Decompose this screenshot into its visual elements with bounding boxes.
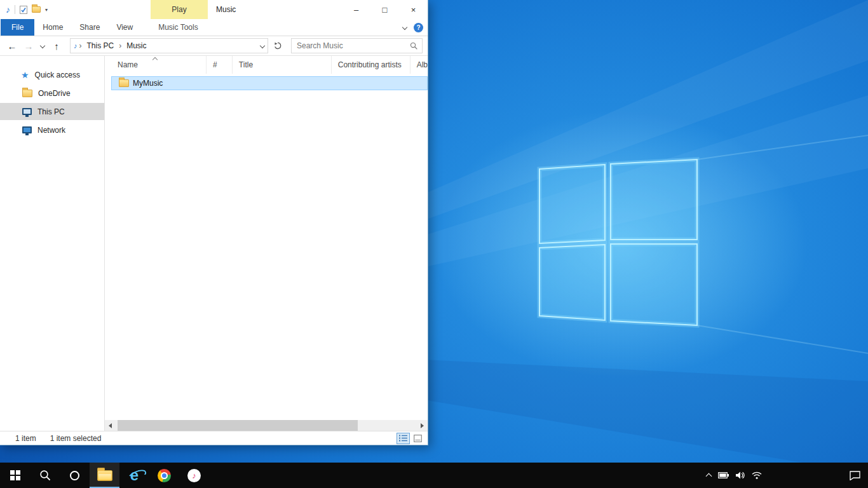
internet-explorer-icon: e — [130, 468, 139, 483]
search-icon — [39, 470, 51, 481]
sidebar-item-label: Network — [37, 126, 65, 135]
column-header-number[interactable]: # — [207, 56, 233, 74]
refresh-icon[interactable] — [271, 39, 285, 53]
file-list-view: Name # Title Contributing artists Alb — [105, 56, 428, 431]
close-button[interactable]: × — [399, 0, 428, 19]
breadcrumb-separator: › — [119, 41, 121, 50]
system-tray — [707, 471, 868, 480]
network-wifi-icon[interactable] — [752, 471, 762, 479]
large-icons-view-button[interactable] — [411, 433, 424, 444]
chrome-icon — [158, 469, 171, 482]
scroll-left-icon[interactable] — [105, 420, 116, 431]
navigation-bar: ← → ↑ ♪ › This PC › Music — [0, 36, 428, 56]
file-row-mymusic[interactable]: MyMusic — [111, 76, 428, 90]
column-header-name[interactable]: Name — [105, 56, 207, 74]
column-header-contributing-artists[interactable]: Contributing artists — [332, 56, 410, 74]
location-music-icon: ♪ — [74, 42, 78, 50]
minimize-ribbon-icon[interactable] — [402, 25, 407, 30]
column-headers: Name # Title Contributing artists Alb — [105, 56, 428, 74]
scroll-right-icon[interactable] — [417, 420, 428, 431]
status-bar: 1 item 1 item selected — [0, 431, 428, 445]
selection-count: 1 item selected — [50, 434, 102, 443]
file-name: MyMusic — [133, 79, 163, 88]
taskbar-internet-explorer-button[interactable]: e — [119, 463, 149, 488]
help-icon[interactable]: ? — [414, 23, 423, 32]
properties-icon[interactable] — [20, 6, 27, 14]
breadcrumb-this-pc[interactable]: This PC — [84, 41, 118, 50]
address-bar[interactable]: ♪ › This PC › Music — [70, 38, 268, 53]
contextual-tab-header-play[interactable]: Play — [151, 0, 208, 19]
tab-file[interactable]: File — [1, 19, 34, 36]
folder-icon — [119, 79, 129, 87]
start-button[interactable] — [0, 463, 30, 488]
quick-access-star-icon: ★ — [21, 71, 29, 79]
address-dropdown-icon[interactable] — [260, 43, 265, 48]
taskbar-file-explorer-button[interactable] — [90, 463, 119, 488]
column-label: Name — [118, 60, 138, 69]
file-explorer-icon — [97, 470, 112, 481]
horizontal-scrollbar[interactable] — [105, 420, 428, 431]
sidebar-item-quick-access[interactable]: ★ Quick access — [0, 66, 104, 83]
column-label: Title — [239, 60, 253, 69]
window-title: Music — [216, 0, 236, 19]
sort-ascending-icon — [153, 57, 158, 62]
details-view-button[interactable] — [397, 433, 410, 444]
file-rows: MyMusic — [105, 74, 428, 420]
taskbar-music-player-button[interactable]: ♪ — [179, 463, 209, 488]
new-folder-icon[interactable] — [32, 6, 41, 13]
network-icon — [22, 126, 32, 133]
column-label: Alb — [417, 60, 428, 69]
column-header-title[interactable]: Title — [233, 56, 332, 74]
tab-home[interactable]: Home — [34, 19, 71, 36]
column-label: Contributing artists — [338, 60, 402, 69]
tab-share[interactable]: Share — [71, 19, 108, 36]
item-count: 1 item — [15, 434, 36, 443]
windows-logo-icon — [10, 470, 20, 480]
sidebar-item-this-pc[interactable]: This PC — [0, 103, 104, 120]
column-label: # — [213, 60, 217, 69]
sidebar-item-label: This PC — [37, 107, 65, 116]
caption-buttons: – □ × — [342, 0, 428, 19]
breadcrumb-separator: › — [79, 41, 82, 50]
desktop: ♪ ▾ Play Music – □ × File Home Share Vie… — [0, 0, 868, 488]
up-button[interactable]: ↑ — [50, 41, 64, 51]
taskbar-search-button[interactable] — [30, 463, 60, 488]
app-music-icon[interactable]: ♪ — [6, 5, 10, 14]
sidebar-item-onedrive[interactable]: OneDrive — [0, 85, 104, 102]
maximize-button[interactable]: □ — [370, 0, 399, 19]
search-box — [291, 38, 423, 53]
sidebar-item-label: Quick access — [35, 71, 80, 79]
tray-expand-icon[interactable] — [706, 473, 712, 480]
cortana-icon — [70, 471, 79, 480]
forward-button[interactable]: → — [22, 41, 36, 51]
sidebar-item-network[interactable]: Network — [0, 121, 104, 139]
minimize-button[interactable]: – — [342, 0, 370, 19]
quick-access-toolbar: ♪ ▾ — [0, 5, 48, 14]
titlebar[interactable]: ♪ ▾ Play Music – □ × — [0, 0, 428, 19]
cortana-button[interactable] — [60, 463, 90, 488]
navigation-pane: ★ Quick access OneDrive This PC Network — [0, 56, 105, 431]
onedrive-icon — [22, 90, 32, 97]
search-icon[interactable] — [410, 42, 418, 50]
recent-locations-dropdown-icon[interactable] — [38, 44, 47, 48]
scrollbar-thumb[interactable] — [118, 420, 358, 431]
music-player-icon: ♪ — [187, 469, 201, 482]
window-body: ★ Quick access OneDrive This PC Network — [0, 56, 428, 431]
separator — [15, 5, 15, 14]
action-center-icon[interactable] — [850, 471, 860, 480]
volume-icon[interactable] — [736, 471, 745, 479]
taskbar: e ♪ — [0, 463, 868, 488]
file-explorer-window: ♪ ▾ Play Music – □ × File Home Share Vie… — [0, 0, 428, 445]
back-button[interactable]: ← — [5, 41, 19, 51]
tab-music-tools[interactable]: Music Tools — [150, 19, 206, 36]
tab-view[interactable]: View — [108, 19, 141, 36]
sidebar-item-label: OneDrive — [38, 89, 71, 98]
column-header-album[interactable]: Alb — [410, 56, 428, 74]
battery-icon[interactable] — [718, 472, 729, 478]
search-input[interactable] — [295, 41, 407, 51]
customize-qat-dropdown-icon[interactable]: ▾ — [45, 7, 48, 13]
taskbar-chrome-button[interactable] — [149, 463, 179, 488]
ribbon-tabs: File Home Share View Music Tools ? — [0, 19, 428, 36]
this-pc-icon — [22, 108, 32, 115]
breadcrumb-music[interactable]: Music — [123, 41, 149, 50]
